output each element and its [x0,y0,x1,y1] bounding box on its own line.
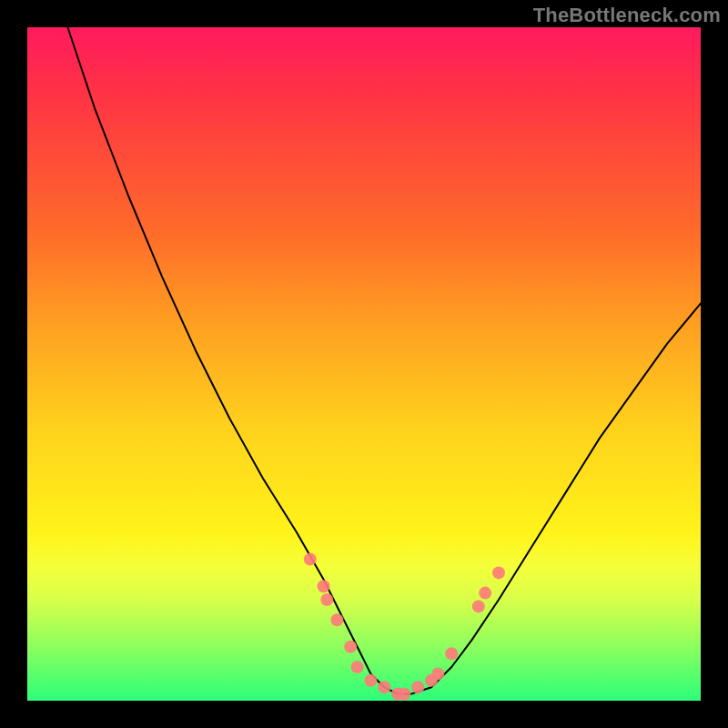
data-marker [351,661,364,673]
data-marker [378,681,390,693]
data-marker [445,647,458,660]
data-marker [411,681,424,693]
data-marker [330,613,343,626]
chart-frame: TheBottleneck.com [0,0,728,728]
data-marker [479,587,491,600]
data-marker [344,641,357,653]
chart-svg [27,27,701,701]
watermark-text: TheBottleneck.com [533,4,721,27]
data-marker [472,600,485,612]
data-marker [431,667,444,680]
data-marker [492,566,505,579]
data-marker [320,593,333,606]
plot-area [27,27,701,701]
data-marker [318,580,330,592]
data-marker [364,674,377,687]
bottleneck-curve [67,27,701,694]
data-marker [304,553,317,566]
data-marker [398,688,410,701]
